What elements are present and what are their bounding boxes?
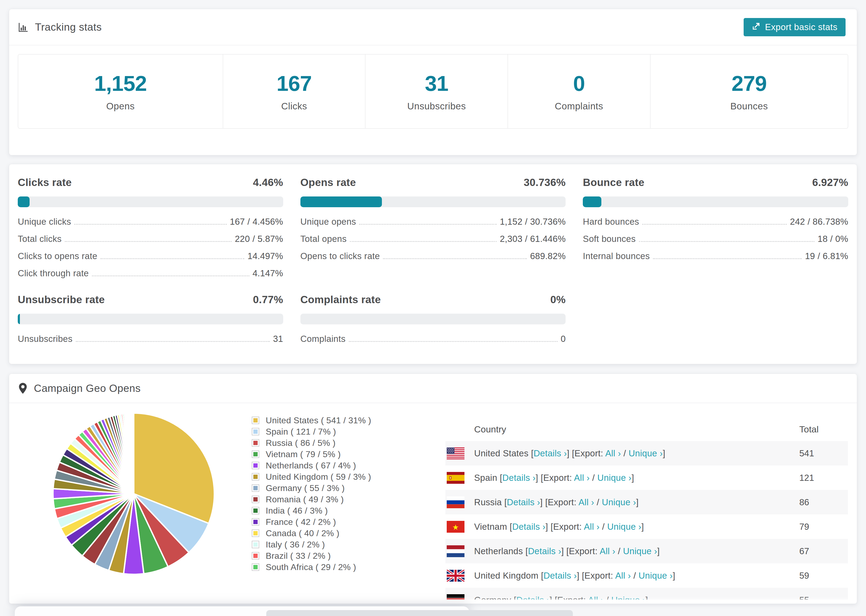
rate-head: Unsubscribe rate0.77% <box>18 294 283 306</box>
rate-progress-track <box>301 314 566 324</box>
legend-item: Romania ( 49 / 3% ) <box>252 494 371 505</box>
rate-title: Unsubscribe rate <box>18 294 105 306</box>
export-all-link[interactable]: All › <box>605 448 621 458</box>
rate-row-value: 14.497% <box>247 251 283 261</box>
rates-card: Clicks rate4.46%Unique clicks167 / 4.456… <box>9 164 857 364</box>
legend-swatch <box>252 439 259 447</box>
pie-legend: United States ( 541 / 31% )Spain ( 121 /… <box>252 415 371 573</box>
legend-item: United States ( 541 / 31% ) <box>252 415 371 426</box>
rate-title: Clicks rate <box>18 177 72 189</box>
column-header-total: Total <box>799 424 848 435</box>
dotted-leader <box>101 258 244 259</box>
export-all-link[interactable]: All › <box>578 497 594 507</box>
legend-label: Netherlands ( 67 / 4% ) <box>266 460 356 471</box>
legend-swatch <box>252 462 259 469</box>
dotted-leader <box>639 241 814 242</box>
rate-row-value: 18 / 0% <box>817 234 848 244</box>
legend-label: Spain ( 121 / 7% ) <box>266 427 336 437</box>
total-cell: 67 <box>799 546 848 556</box>
geo-title-wrap: Campaign Geo Opens <box>18 382 141 394</box>
rate-row: Complaints0 <box>301 333 566 344</box>
rate-progress-track <box>583 196 848 207</box>
table-row: Vietnam [Details ›] [Export: All › / Uni… <box>446 514 848 539</box>
export-unique-link[interactable]: Unique › <box>628 448 663 458</box>
flag-nl <box>447 545 464 557</box>
rate-row: Total opens2,303 / 61.446% <box>301 234 566 244</box>
rate-row: Opens to clicks rate689.82% <box>301 251 566 261</box>
stat-value: 0 <box>573 71 585 96</box>
details-link[interactable]: Details › <box>507 497 540 507</box>
export-basic-stats-button[interactable]: Export basic stats <box>744 18 846 36</box>
details-link[interactable]: Details › <box>543 570 577 580</box>
export-button-label: Export basic stats <box>765 22 838 32</box>
rate-row-value: 167 / 4.456% <box>230 216 283 227</box>
export-unique-link[interactable]: Unique › <box>597 473 631 483</box>
table-row: United Kingdom [Details ›] [Export: All … <box>446 563 848 588</box>
rate-row-label: Unsubscribes <box>18 333 72 344</box>
geo-header: Campaign Geo Opens <box>9 374 857 402</box>
table-fade-overlay <box>9 596 857 603</box>
dotted-leader <box>383 258 527 259</box>
total-cell: 86 <box>799 497 848 508</box>
export-unique-link[interactable]: Unique › <box>623 546 657 556</box>
rate-value: 30.736% <box>524 177 565 189</box>
legend-swatch <box>252 563 259 571</box>
legend-item: Spain ( 121 / 7% ) <box>252 426 371 437</box>
rate-title: Complaints rate <box>301 294 381 306</box>
details-link[interactable]: Details › <box>534 448 567 458</box>
export-all-link[interactable]: All › <box>574 473 589 483</box>
dotted-leader <box>653 258 802 259</box>
rate-row-label: Soft bounces <box>583 234 636 244</box>
rate-progress-fill <box>301 196 382 207</box>
details-link[interactable]: Details › <box>528 546 561 556</box>
rate-rows: Unsubscribes31 <box>18 333 283 344</box>
rate-row: Unsubscribes31 <box>18 333 283 344</box>
dotted-leader <box>76 341 270 342</box>
page-title: Tracking stats <box>35 21 102 33</box>
export-all-link[interactable]: All › <box>615 570 631 580</box>
legend-label: France ( 42 / 2% ) <box>266 517 336 527</box>
geo-title: Campaign Geo Opens <box>34 382 141 394</box>
rate-value: 4.46% <box>253 177 283 189</box>
rate-progress-fill <box>583 196 601 207</box>
rate-head: Bounce rate6.927% <box>583 177 848 189</box>
rate-title: Opens rate <box>301 177 356 189</box>
export-unique-link[interactable]: Unique › <box>602 497 636 507</box>
rate-block-clicks: Clicks rate4.46%Unique clicks167 / 4.456… <box>18 177 283 279</box>
geo-header-divider <box>9 402 857 403</box>
rate-rows: Hard bounces242 / 86.738%Soft bounces18 … <box>583 216 848 261</box>
export-unique-link[interactable]: Unique › <box>638 570 672 580</box>
rate-row-value: 242 / 86.738% <box>790 216 848 227</box>
stat-box-opens: 1,152Opens <box>18 55 223 128</box>
rate-row-label: Clicks to opens rate <box>18 251 98 261</box>
total-cell: 79 <box>799 522 848 532</box>
legend-item: South Africa ( 29 / 2% ) <box>252 561 371 573</box>
rate-row-value: 2,303 / 61.446% <box>500 234 565 244</box>
flag-us <box>447 448 464 459</box>
export-all-link[interactable]: All › <box>584 522 600 532</box>
legend-item: Netherlands ( 67 / 4% ) <box>252 460 371 471</box>
legend-item: Italy ( 36 / 2% ) <box>252 539 371 550</box>
legend-swatch <box>252 451 259 458</box>
export-unique-link[interactable]: Unique › <box>607 522 641 532</box>
stat-value: 31 <box>425 71 448 96</box>
legend-swatch <box>252 496 259 503</box>
rate-row: Click through rate4.147% <box>18 268 283 279</box>
rate-row-value: 31 <box>273 333 283 344</box>
legend-item: France ( 42 / 2% ) <box>252 516 371 528</box>
export-all-link[interactable]: All › <box>600 546 615 556</box>
legend-label: Canada ( 40 / 2% ) <box>266 528 339 538</box>
details-link[interactable]: Details › <box>502 473 536 483</box>
stat-label: Clicks <box>281 101 307 112</box>
details-link[interactable]: Details › <box>512 522 546 532</box>
rate-progress-track <box>18 314 283 324</box>
rate-block-unsubscribe: Unsubscribe rate0.77%Unsubscribes31 <box>18 294 283 344</box>
legend-label: Vietnam ( 79 / 5% ) <box>266 449 341 459</box>
rate-row-label: Complaints <box>301 333 346 344</box>
bottom-bar-partial[interactable] <box>266 610 573 616</box>
country-cell: Netherlands [Details ›] [Export: All › /… <box>474 546 799 556</box>
rate-row-label: Unique opens <box>301 216 356 227</box>
rate-value: 0% <box>550 294 565 306</box>
legend-swatch <box>252 552 259 559</box>
campaign-geo-opens-card: Campaign Geo Opens United States ( 541 /… <box>9 374 857 604</box>
